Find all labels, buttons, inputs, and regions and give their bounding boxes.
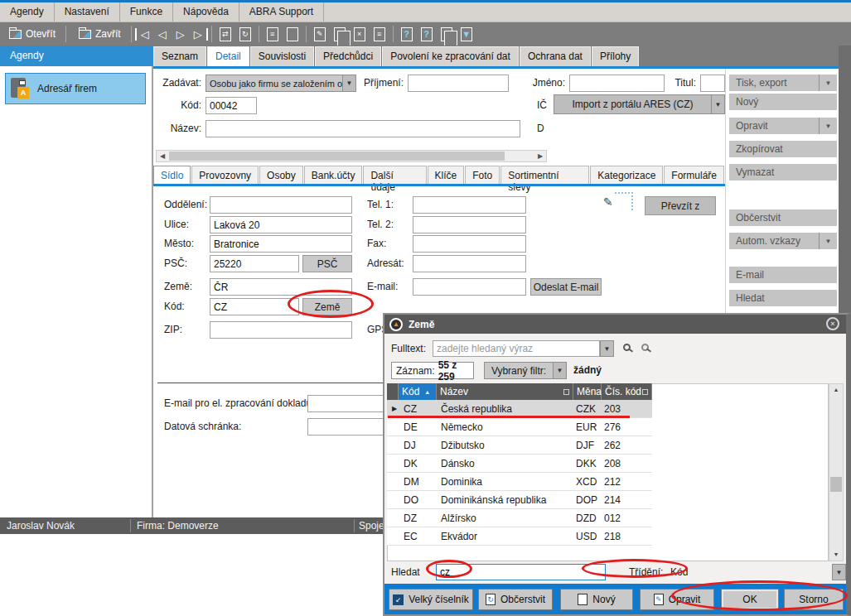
search-settings-icon[interactable] — [641, 344, 649, 351]
help-icon[interactable]: ? — [401, 27, 413, 41]
scroll-right-icon[interactable]: ▶ — [534, 151, 546, 161]
delete-record-icon[interactable]: × — [354, 27, 365, 41]
menu-funkce[interactable]: Funkce — [120, 2, 173, 22]
mesto-input[interactable] — [210, 235, 352, 253]
tab-detail[interactable]: Detail — [207, 46, 249, 66]
help-jump-icon[interactable]: ▼ — [461, 27, 472, 41]
delete-button[interactable]: Vymazat — [729, 164, 837, 180]
table-row-de[interactable]: DE Německo EUR 276 — [387, 418, 652, 436]
tab-predchudci[interactable]: Předchůdci — [315, 46, 381, 66]
close-icon[interactable]: × — [826, 317, 839, 330]
hledat-input[interactable] — [436, 564, 606, 580]
new-button[interactable]: Nový — [729, 94, 837, 110]
column-options-icon[interactable] — [642, 389, 648, 395]
zeme-lookup-button[interactable]: Země — [302, 298, 352, 315]
email-input[interactable] — [413, 278, 526, 296]
next-record-icon[interactable]: ▷ — [172, 28, 190, 41]
subtab-dalsi-udaje[interactable]: Další údaje — [363, 166, 426, 184]
search-icon[interactable] — [623, 344, 631, 351]
obcerstvit-button[interactable]: ↻ Občerstvit — [478, 589, 553, 610]
copy-record-icon[interactable] — [334, 27, 346, 41]
refresh-icon[interactable]: ↻ — [239, 27, 251, 41]
table-row-do[interactable]: DO Dominikánská republika DOP 214 — [387, 491, 652, 509]
table-row-dm[interactable]: DM Dominika XCD 212 — [387, 473, 652, 491]
chevron-down-icon[interactable]: ▼ — [819, 118, 837, 134]
chevron-down-icon[interactable]: ▼ — [819, 75, 837, 91]
dialog-title-bar[interactable]: ▲ Země × — [384, 315, 846, 334]
auto-messages-button[interactable]: Autom. vzkazy▼ — [729, 233, 837, 249]
tel2-input[interactable] — [413, 216, 526, 233]
zeme-input[interactable] — [210, 278, 352, 296]
subtab-klice[interactable]: Klíče — [428, 166, 465, 184]
col-mena[interactable]: Měna — [573, 383, 602, 400]
kod-input[interactable] — [205, 97, 257, 114]
vertical-scrollbar[interactable]: ▲ ▼ — [829, 383, 844, 561]
subtab-osoby[interactable]: Osoby — [259, 166, 303, 184]
fulltext-input[interactable] — [433, 340, 600, 357]
ulice-input[interactable] — [210, 216, 352, 233]
tab-ochrana-dat[interactable]: Ochrana dat — [520, 46, 591, 66]
copy-button[interactable]: Zkopírovat — [729, 141, 837, 157]
tab-povoleni[interactable]: Povolení ke zpracování dat — [382, 46, 519, 66]
chevron-down-icon[interactable]: ▼ — [819, 233, 837, 249]
print-icon[interactable]: ≡ — [267, 27, 278, 41]
opravit-button[interactable]: ✎ Opravit — [640, 589, 714, 610]
chevron-down-icon[interactable]: ▼ — [553, 363, 566, 378]
edit-pencil-icon[interactable]: ✎ — [615, 192, 633, 210]
column-options-icon[interactable] — [563, 389, 569, 395]
ok-button[interactable]: OK — [721, 589, 779, 610]
col-cis-kod[interactable]: Čís. kód — [602, 383, 652, 400]
psc-lookup-button[interactable]: PSČ — [302, 255, 352, 272]
preview-record-icon[interactable]: ≡ — [374, 27, 385, 41]
menu-napoveda[interactable]: Nápověda — [173, 2, 239, 22]
subtab-kategorizace[interactable]: Kategorizace — [590, 166, 663, 184]
storno-button[interactable]: Storno — [784, 589, 844, 610]
subtab-sortimentni-slevy[interactable]: Sortimentní slevy — [500, 166, 589, 184]
col-nazev[interactable]: Název — [437, 383, 573, 400]
scroll-down-icon[interactable]: ▼ — [829, 549, 843, 561]
tab-souvislosti[interactable]: Souvislosti — [250, 46, 314, 66]
kod-zeme-input[interactable] — [210, 298, 299, 315]
scroll-up-icon[interactable]: ▲ — [829, 384, 843, 396]
fulltext-dropdown[interactable]: ▼ — [600, 340, 614, 357]
ares-import-button[interactable]: Import z portálu ARES (CZ) ▼ — [554, 94, 725, 114]
scrollbar-thumb[interactable] — [169, 152, 505, 161]
novy-button[interactable]: Nový — [560, 589, 633, 610]
prev-record-icon[interactable]: ◁ — [153, 28, 172, 41]
prevzit-z-button[interactable]: Převzít z — [645, 196, 716, 215]
zip-input[interactable] — [210, 321, 352, 339]
prijmeni-input[interactable] — [408, 75, 509, 92]
close-button[interactable]: Zavřít — [72, 25, 128, 43]
menu-abra-support[interactable]: ABRA Support — [239, 2, 324, 22]
col-kod[interactable]: Kód▲ — [399, 383, 437, 400]
menu-nastaveni[interactable]: Nastavení — [55, 2, 120, 22]
tab-seznam[interactable]: Seznam — [153, 46, 206, 66]
filter-select[interactable]: Vybraný filtr: ▼ — [484, 362, 567, 379]
subtab-bankucty[interactable]: Bank.účty — [304, 166, 363, 184]
open-button[interactable]: Otevřít — [2, 25, 62, 43]
table-row-cz[interactable]: ▶ CZ Česká republika CZK 203 — [387, 400, 652, 418]
zadavat-select[interactable]: Osobu jako firmu se založením osoby ▼ — [205, 75, 356, 92]
switch-window-icon[interactable]: ⇄ — [220, 27, 231, 41]
jmeno-input[interactable] — [569, 75, 665, 92]
subtab-foto[interactable]: Foto — [465, 166, 500, 184]
fax-input[interactable] — [413, 235, 526, 253]
tab-prilohy[interactable]: Přílohy — [592, 46, 639, 66]
edit-record-icon[interactable]: ✎ — [314, 27, 326, 41]
menu-agendy[interactable]: Agendy — [0, 2, 55, 22]
edit-button[interactable]: Opravit▼ — [729, 118, 837, 134]
adresat-input[interactable] — [413, 255, 526, 272]
first-record-icon[interactable]: ◁ — [135, 28, 153, 41]
titul-input[interactable] — [700, 75, 725, 92]
trideni-dropdown[interactable]: ▼ — [832, 564, 846, 580]
table-row-ec[interactable]: EC Ekvádor USD 218 — [387, 527, 652, 546]
print-export-button[interactable]: Tisk, export▼ — [729, 75, 837, 91]
send-email-button[interactable]: Odeslat E-mail — [530, 278, 602, 296]
subtab-formulare[interactable]: Formuláře — [664, 166, 724, 184]
email-action-button[interactable]: E-mail — [729, 267, 837, 283]
refresh-button[interactable]: Občerstvit — [729, 209, 837, 226]
trideni-value[interactable]: Kód — [670, 566, 688, 578]
subtab-provozovny[interactable]: Provozovny — [191, 166, 259, 184]
subtab-sidlo[interactable]: Sídlo — [153, 166, 191, 184]
tel1-input[interactable] — [413, 196, 526, 214]
